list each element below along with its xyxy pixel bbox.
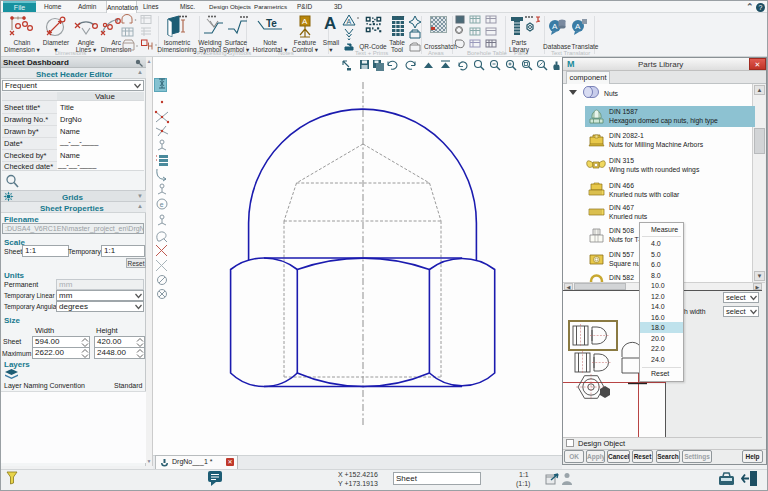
svg-text:A: A — [302, 17, 308, 26]
svg-text:Te: Te — [266, 18, 277, 29]
svg-text:A: A — [347, 18, 352, 25]
svg-text:A: A — [552, 22, 558, 31]
svg-text:A: A — [575, 22, 581, 31]
svg-text:e: e — [160, 201, 164, 209]
